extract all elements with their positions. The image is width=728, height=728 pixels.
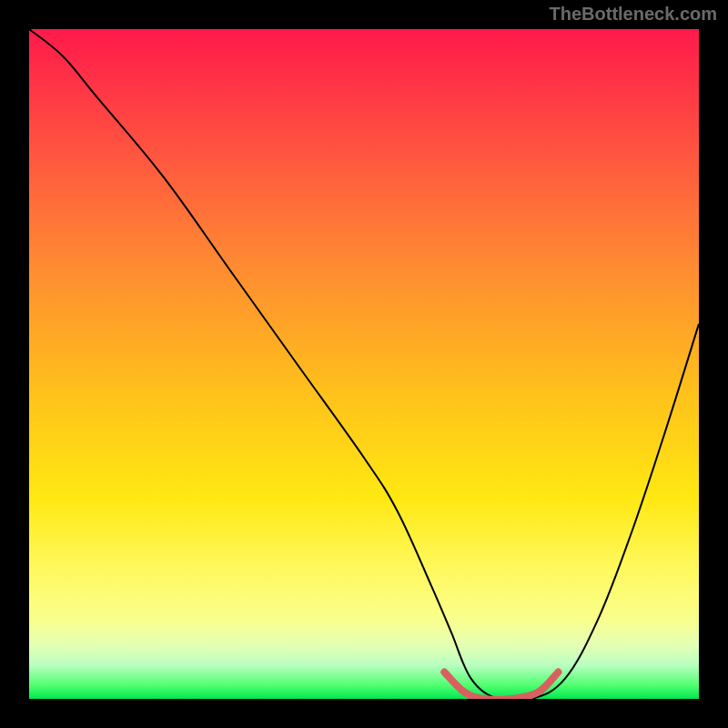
chart-svg bbox=[29, 29, 699, 699]
watermark-text: TheBottleneck.com bbox=[550, 4, 717, 25]
bottleneck-curve-line bbox=[29, 29, 699, 699]
chart-plot-area bbox=[29, 29, 699, 699]
